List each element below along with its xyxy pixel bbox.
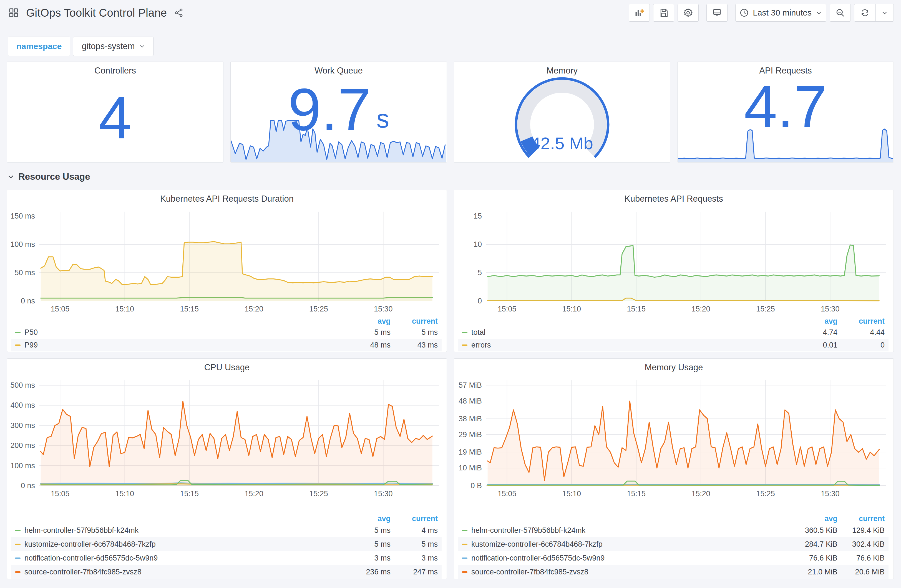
zoom-out-icon xyxy=(835,8,845,18)
svg-text:15:10: 15:10 xyxy=(562,305,581,313)
legend-series-label[interactable]: notification-controller-6d56575dc-5w9n9 xyxy=(25,554,157,563)
requests-chart-plot[interactable]: 05101515:0515:1015:1515:2015:2515:30 xyxy=(457,208,889,314)
page-title: GitOps Toolkit Control Plane xyxy=(26,7,167,19)
dashboard-settings-button[interactable] xyxy=(678,4,698,22)
svg-text:0: 0 xyxy=(478,297,482,305)
legend-series-label[interactable]: P99 xyxy=(25,341,38,350)
legend-current-value: 76.6 KiB xyxy=(837,554,885,563)
share-icon[interactable] xyxy=(174,8,184,17)
variable-value-dropdown[interactable]: gitops-system xyxy=(73,37,153,56)
monitor-icon xyxy=(712,8,722,18)
legend-current-value: 5 ms xyxy=(391,328,438,337)
series-color-dash xyxy=(462,530,468,531)
svg-text:15:10: 15:10 xyxy=(562,490,581,498)
legend-header-current[interactable]: current xyxy=(837,317,885,326)
legend-header-current[interactable]: current xyxy=(837,515,885,523)
legend-series-label[interactable]: total xyxy=(471,328,485,337)
panel-title[interactable]: Work Queue xyxy=(231,66,447,76)
cpu-chart-plot[interactable]: 0 ns100 ms200 ms300 ms400 ms500 ms15:051… xyxy=(11,377,442,499)
legend-row: helm-controller-57f9b56bbf-k24mk5 ms4 ms xyxy=(11,523,442,537)
legend-series-label[interactable]: source-controller-7fb84fc985-zvsz8 xyxy=(471,568,588,576)
time-range-picker[interactable]: Last 30 minutes xyxy=(735,4,826,22)
legend-avg-value: 284.7 KiB xyxy=(796,540,837,549)
svg-text:200 ms: 200 ms xyxy=(11,441,35,450)
stat-value-memory: 42.5 Mb xyxy=(454,134,670,153)
svg-text:300 ms: 300 ms xyxy=(11,421,35,429)
legend-row: source-controller-7fb84fc985-zvsz821.0 M… xyxy=(458,565,889,579)
legend-header-avg[interactable]: avg xyxy=(349,317,391,326)
legend-series-label[interactable]: P50 xyxy=(25,328,38,337)
stat-panel-memory: Memory 42.5 Mb xyxy=(454,62,670,163)
legend-avg-value: 21.0 MiB xyxy=(796,568,837,576)
legend-avg-value: 4.74 xyxy=(796,328,837,337)
chart-legend: avgcurrent helm-controller-57f9b56bbf-k2… xyxy=(11,514,442,579)
cycle-view-button[interactable] xyxy=(706,4,728,22)
svg-text:15:10: 15:10 xyxy=(115,305,134,313)
save-dashboard-button[interactable] xyxy=(653,4,674,22)
legend-current-value: 4.44 xyxy=(837,328,885,337)
refresh-split-button xyxy=(854,4,894,22)
refresh-interval-button[interactable] xyxy=(876,4,893,21)
svg-text:15:20: 15:20 xyxy=(245,305,263,313)
panel-title[interactable]: Controllers xyxy=(7,66,223,76)
legend-avg-value: 76.6 KiB xyxy=(796,554,837,563)
svg-text:15:20: 15:20 xyxy=(691,305,710,313)
legend-avg-value: 48 ms xyxy=(349,341,391,350)
stat-unit-work-queue: s xyxy=(376,104,389,134)
legend-current-value: 3 ms xyxy=(391,554,438,563)
svg-text:15:30: 15:30 xyxy=(821,490,840,498)
svg-text:57 MiB: 57 MiB xyxy=(458,381,482,389)
legend-series-label[interactable]: kustomize-controller-6c6784b468-7kzfp xyxy=(471,540,603,549)
legend-series-label[interactable]: notification-controller-6d56575dc-5w9n9 xyxy=(471,554,605,563)
legend-row: kustomize-controller-6c6784b468-7kzfp284… xyxy=(458,537,889,551)
svg-text:15:05: 15:05 xyxy=(498,490,517,498)
svg-text:19 MiB: 19 MiB xyxy=(458,448,482,456)
legend-current-value: 20.6 MiB xyxy=(837,568,885,576)
row-title: Resource Usage xyxy=(18,171,90,182)
zoom-out-button[interactable] xyxy=(830,4,851,22)
legend-header-avg[interactable]: avg xyxy=(796,515,837,523)
variable-label-namespace[interactable]: namespace xyxy=(8,37,70,56)
legend-series-label[interactable]: helm-controller-57f9b56bbf-k24mk xyxy=(25,526,139,535)
legend-header-current[interactable]: current xyxy=(391,515,438,523)
legend-avg-value: 5 ms xyxy=(349,540,391,549)
svg-text:500 ms: 500 ms xyxy=(11,381,35,389)
refresh-button[interactable] xyxy=(854,4,876,21)
legend-header-avg[interactable]: avg xyxy=(796,317,837,326)
add-panel-icon xyxy=(634,8,644,18)
svg-text:15:25: 15:25 xyxy=(309,305,328,313)
svg-text:38 MiB: 38 MiB xyxy=(458,415,482,423)
svg-text:15:15: 15:15 xyxy=(180,490,199,498)
panel-title[interactable]: Kubernetes API Requests Duration xyxy=(7,194,447,204)
duration-chart-plot[interactable]: 0 ns50 ms100 ms150 ms15:0515:1015:1515:2… xyxy=(11,208,442,314)
series-color-dash xyxy=(462,571,468,573)
legend-series-label[interactable]: errors xyxy=(471,341,491,350)
legend-current-value: 247 ms xyxy=(391,568,438,576)
svg-text:10: 10 xyxy=(474,240,482,249)
add-panel-button[interactable] xyxy=(629,4,650,22)
panel-title[interactable]: CPU Usage xyxy=(7,362,447,372)
row-toggle-resource-usage[interactable]: Resource Usage xyxy=(7,171,90,182)
series-color-dash xyxy=(462,557,468,559)
legend-row: notification-controller-6d56575dc-5w9n97… xyxy=(458,551,889,565)
legend-avg-value: 0.01 xyxy=(796,341,837,350)
apps-grid-icon[interactable] xyxy=(8,8,19,18)
legend-series-label[interactable]: helm-controller-57f9b56bbf-k24mk xyxy=(471,526,585,535)
svg-text:15:25: 15:25 xyxy=(756,490,775,498)
legend-series-label[interactable]: kustomize-controller-6c6784b468-7kzfp xyxy=(25,540,156,549)
series-color-dash xyxy=(15,332,20,333)
svg-text:0 ns: 0 ns xyxy=(21,482,35,490)
memory-chart-plot[interactable]: 0 B10 MiB19 MiB29 MiB38 MiB48 MiB57 MiB1… xyxy=(457,377,889,499)
chart-panel-k8s-api-requests: Kubernetes API Requests 05101515:0515:10… xyxy=(454,190,894,352)
legend-header-current[interactable]: current xyxy=(391,317,438,326)
panel-title[interactable]: Memory Usage xyxy=(454,362,893,372)
legend-current-value: 302.4 KiB xyxy=(837,540,885,549)
save-icon xyxy=(659,8,669,17)
series-color-dash xyxy=(15,571,20,573)
panel-title[interactable]: Kubernetes API Requests xyxy=(454,194,893,204)
legend-series-label[interactable]: source-controller-7fb84fc985-zvsz8 xyxy=(25,568,142,576)
legend-avg-value: 236 ms xyxy=(349,568,391,576)
legend-header-avg[interactable]: avg xyxy=(349,515,391,523)
svg-text:15:05: 15:05 xyxy=(51,305,70,313)
legend-row: helm-controller-57f9b56bbf-k24mk360.5 Ki… xyxy=(458,523,889,537)
